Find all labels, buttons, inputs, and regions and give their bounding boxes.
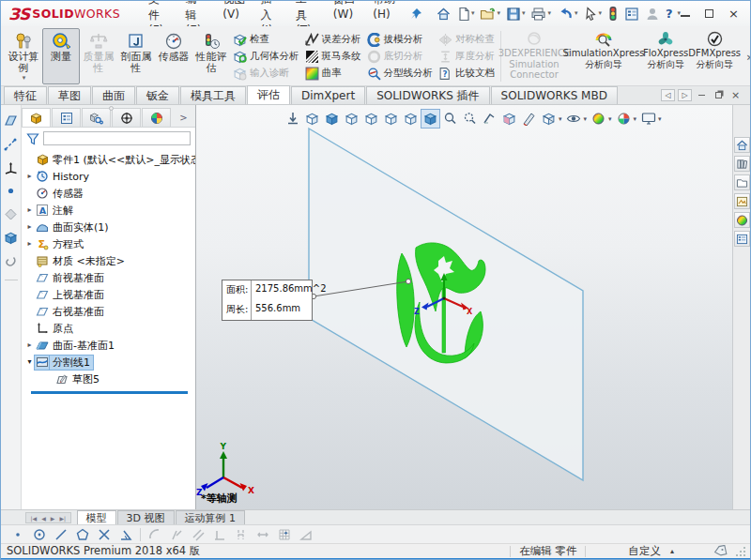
section-properties-button[interactable]: 剖面属性 [117, 28, 155, 84]
center-point-snap-icon[interactable] [32, 527, 47, 542]
simulationxpress-button[interactable]: SimulationXpress 分析向导 [564, 28, 643, 84]
save-caret-icon[interactable]: ▾ [522, 10, 526, 17]
tree-item-history[interactable]: ▸ History [22, 168, 195, 185]
graphics-viewport[interactable]: X Z Y Z X [196, 105, 732, 509]
view-orientation-isometric-icon[interactable] [421, 109, 440, 129]
deviation-analysis-button[interactable]: 误差分析 [305, 31, 361, 48]
geometry-analysis-button[interactable]: 几何体分析 [233, 48, 299, 65]
design-library-icon[interactable] [734, 156, 750, 172]
custom-properties-icon[interactable] [734, 231, 750, 247]
section-view-icon[interactable] [499, 109, 519, 129]
file-explorer-icon[interactable] [734, 174, 750, 190]
view-orientation-bottom-icon[interactable] [401, 109, 421, 129]
view-settings-icon[interactable] [638, 109, 658, 129]
view-orientation-top-icon[interactable] [381, 109, 401, 129]
tab-sheet-metal[interactable]: 钣金 [136, 86, 179, 104]
user-account-icon[interactable] [643, 5, 662, 23]
tree-item-material[interactable]: 材质 <未指定> [22, 252, 195, 269]
print-caret-icon[interactable]: ▾ [547, 10, 551, 17]
tab-dimxpertmanager[interactable] [112, 108, 141, 127]
display-style-icon[interactable] [539, 109, 559, 129]
panel-splitter-handle[interactable] [109, 106, 114, 111]
tab-solidworks-mbd[interactable]: SOLIDWORKS MBD [491, 86, 618, 104]
display-style-caret-icon[interactable]: ▾ [559, 115, 562, 123]
ribbon-overflow-button[interactable]: » [741, 50, 751, 64]
tab-features[interactable]: 特征 [4, 86, 47, 104]
undo-button[interactable]: ▾ [555, 5, 580, 23]
rollback-bar[interactable] [31, 391, 188, 394]
import-diagnostics-button[interactable]: 输入诊断 [233, 65, 299, 82]
arc-snap-icon[interactable] [147, 527, 162, 542]
tab-featuremanager-tree[interactable] [22, 108, 51, 127]
mesh-tool-icon[interactable] [4, 231, 18, 245]
tab-scroll-next-button[interactable]: ▶ [48, 515, 57, 522]
open-button[interactable]: ▾ [478, 5, 502, 23]
design-study-button[interactable]: 设计算例 ▾ [5, 28, 42, 84]
pin-menu-icon[interactable] [409, 8, 422, 21]
tab-configurationmanager[interactable] [82, 108, 111, 127]
triangle-snap-icon[interactable] [299, 527, 314, 542]
polygon-snap-icon[interactable] [75, 527, 90, 542]
check-button[interactable]: 检查 [233, 31, 299, 48]
axis-tool-icon[interactable] [4, 160, 18, 174]
view-orientation-left-icon[interactable] [342, 109, 361, 129]
tree-item-split-line1[interactable]: ▾ 分割线1 [22, 354, 195, 371]
apply-scene-icon[interactable] [614, 109, 634, 129]
perpendicular-snap-icon[interactable] [212, 527, 227, 542]
resize-grip[interactable] [735, 546, 746, 557]
3dexperience-connector-button[interactable]: 3DEXPERIENCE Simulation Connector [504, 28, 564, 84]
feature-manager-tabs-more[interactable]: > [172, 108, 195, 127]
tab-displaymanager[interactable] [142, 108, 171, 127]
new-document-caret-icon[interactable]: ▾ [471, 10, 475, 17]
tree-root-part[interactable]: 零件1 (默认<<默认>_显示状态 1>) [22, 151, 195, 168]
apply-scene-caret-icon[interactable]: ▾ [634, 115, 637, 123]
doc-close-button[interactable]: × [728, 89, 743, 101]
rotate-view-icon[interactable] [480, 109, 499, 129]
select-caret-icon[interactable]: ▾ [599, 10, 603, 17]
tab-dimxpert[interactable]: DimXpert [291, 86, 365, 104]
reference-plane-tool-icon[interactable] [4, 114, 18, 128]
tree-item-surface-plane1[interactable]: ▸ 曲面-基准面1 [22, 337, 195, 354]
options-button[interactable] [622, 5, 641, 23]
tab-sketch[interactable]: 草图 [48, 86, 91, 104]
thickness-analysis-button[interactable]: 厚度分析 [438, 48, 495, 65]
parallel-snap-icon[interactable] [191, 527, 206, 542]
tab-solidworks-addins[interactable]: SOLIDWORKS 插件 [366, 86, 489, 104]
tree-item-top-plane[interactable]: 上视基准面 [22, 286, 195, 303]
draft-quality-icon[interactable] [519, 109, 539, 129]
tab-scroll-first-button[interactable]: |◀ [28, 515, 39, 522]
tab-scroll-last-button[interactable]: ▶| [57, 515, 69, 522]
pane-right-button[interactable]: ▷ [678, 89, 692, 101]
undercut-analysis-button[interactable]: 底切分析 [367, 48, 434, 65]
floxpress-button[interactable]: FloXpress 分析向导 [643, 28, 688, 84]
maximize-button[interactable] [705, 9, 713, 18]
tree-item-right-plane[interactable]: 右视基准面 [22, 303, 195, 320]
taskpane-home-icon[interactable] [734, 137, 750, 153]
new-document-button[interactable]: ▾ [455, 5, 477, 23]
view-orientation-back-icon[interactable] [322, 109, 342, 129]
intersection-snap-icon[interactable] [97, 527, 112, 542]
horizontal-dim-snap-icon[interactable] [255, 527, 270, 542]
edit-appearance-caret-icon[interactable]: ▾ [608, 115, 612, 123]
customize-status-button[interactable]: 自定义 [628, 544, 661, 558]
select-button[interactable]: ▾ [582, 5, 605, 23]
symmetry-check-button[interactable]: 对称检查 [438, 31, 495, 48]
tree-item-annotations[interactable]: ▸ A 注解 [22, 202, 195, 219]
minimize-button[interactable] [681, 10, 690, 17]
open-caret-icon[interactable]: ▾ [497, 10, 500, 17]
tab-scroll-prev-button[interactable]: ◀ [39, 515, 49, 522]
customize-caret-icon[interactable]: ▴ [670, 547, 674, 555]
point-snap-icon[interactable] [10, 527, 25, 542]
tangent-snap-icon[interactable] [169, 527, 184, 542]
sensors-button[interactable]: 传感器 [155, 28, 192, 84]
view-orientation-right-icon[interactable] [361, 109, 381, 129]
print-button[interactable]: ▾ [529, 5, 553, 23]
mass-properties-button[interactable]: 质量属性 [80, 28, 117, 84]
dfmxpress-button[interactable]: DFMXpress 分析向导 [688, 28, 741, 84]
reference-plane-surface[interactable] [309, 129, 583, 480]
tab-motion-study1[interactable]: 运动算例 1 [176, 510, 246, 524]
tab-evaluate[interactable]: 评估 [247, 85, 290, 104]
line-snap-icon[interactable] [54, 527, 69, 542]
hide-show-caret-icon[interactable]: ▾ [584, 115, 588, 123]
zebra-stripes-button[interactable]: 斑马条纹 [305, 48, 361, 65]
